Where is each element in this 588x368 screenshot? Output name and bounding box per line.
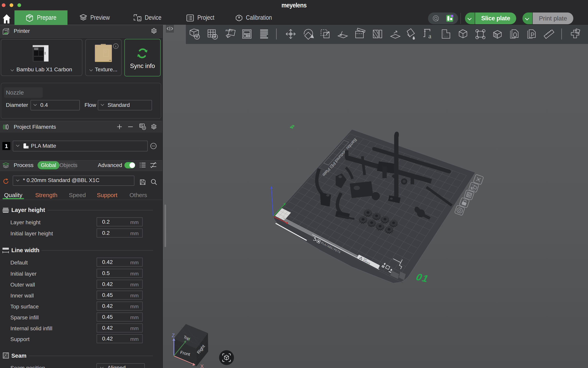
svg-text:01: 01 xyxy=(414,272,431,284)
svg-text:Z: Z xyxy=(172,332,175,338)
svg-text:y: y xyxy=(188,336,191,341)
svg-text:AUTO: AUTO xyxy=(472,184,476,186)
svg-text:X: X xyxy=(200,363,204,368)
